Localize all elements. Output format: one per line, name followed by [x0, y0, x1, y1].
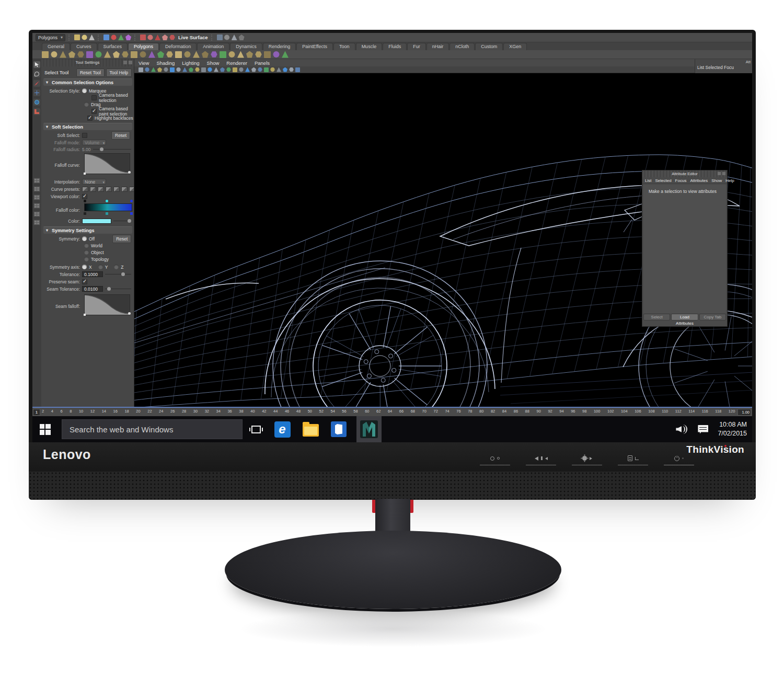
toolbar-icon[interactable] — [245, 67, 250, 72]
layout-four-view-icon[interactable] — [33, 186, 40, 192]
shelf-tab[interactable]: Fluids — [383, 43, 407, 50]
viewport-menu-item[interactable]: Panels — [255, 60, 270, 66]
toolbar-icon[interactable] — [166, 51, 173, 58]
symmetry-world-radio[interactable] — [84, 243, 89, 248]
toolbar-icon[interactable] — [207, 67, 212, 72]
taskbar-clock[interactable]: 10:08 AM 7/02/2015 — [718, 420, 747, 438]
toolbar-icon[interactable] — [77, 51, 84, 58]
falloff-mode-dropdown[interactable]: Volume — [82, 140, 106, 145]
toolbar-icon[interactable] — [258, 67, 262, 72]
falloff-radius-value[interactable]: 5.00 — [82, 147, 91, 152]
shelf-tab[interactable]: Muscle — [356, 43, 383, 50]
toolbar-icon[interactable] — [217, 35, 223, 40]
toolbar-icon[interactable] — [202, 51, 209, 58]
interpolation-dropdown[interactable]: None — [82, 179, 106, 185]
shelf-tab[interactable]: Curves — [71, 43, 97, 50]
color-swatch[interactable] — [82, 219, 111, 224]
toolbar-icon[interactable] — [131, 51, 137, 58]
curve-preset-button[interactable] — [129, 187, 134, 192]
toolbar-icon[interactable] — [224, 35, 230, 40]
attribute-editor-menu-item[interactable]: Selected — [655, 178, 671, 183]
toolbar-icon[interactable] — [170, 67, 175, 72]
tolerance-slider[interactable] — [105, 271, 131, 277]
input-source-button[interactable] — [480, 458, 510, 465]
toolbar-icon[interactable] — [157, 67, 162, 72]
action-center-icon[interactable] — [698, 425, 708, 434]
attribute-editor-menu-item[interactable]: Focus — [675, 178, 687, 183]
curve-preset-button[interactable] — [113, 187, 120, 192]
shelf-tab[interactable]: nCloth — [449, 43, 475, 50]
axis-y-radio[interactable] — [98, 265, 103, 269]
falloff-color-gradient[interactable] — [84, 203, 132, 211]
viewport-menu-item[interactable]: View — [139, 60, 149, 66]
toolbar-icon[interactable] — [228, 51, 235, 58]
reset-tool-button[interactable]: Reset Tool — [76, 68, 105, 77]
mute-button[interactable] — [526, 458, 556, 465]
start-button[interactable] — [32, 416, 57, 442]
taskbar-search-input[interactable]: Search the web and Windows — [62, 419, 243, 439]
drag-radio[interactable] — [84, 102, 89, 107]
layout-single-icon[interactable] — [33, 178, 40, 184]
toolbar-icon[interactable] — [255, 51, 262, 58]
preserve-seam-checkbox[interactable] — [82, 279, 87, 284]
falloff-curve-widget[interactable] — [84, 153, 130, 174]
scale-tool-icon[interactable] — [33, 108, 40, 115]
shelf-tab[interactable]: Fur — [407, 43, 426, 50]
camera-based-checkbox[interactable] — [91, 95, 97, 100]
toolbar-icon[interactable] — [201, 67, 206, 72]
symmetry-object-radio[interactable] — [84, 250, 89, 255]
menu-set-dropdown[interactable]: Polygons — [36, 34, 65, 41]
falloff-radius-slider[interactable] — [93, 146, 131, 152]
toolbar-icon[interactable] — [162, 35, 168, 40]
toolbar-icon[interactable] — [51, 51, 57, 58]
toolbar-icon[interactable] — [295, 67, 300, 72]
layout-persp-outliner-icon[interactable] — [33, 194, 40, 200]
menu-button[interactable] — [618, 458, 648, 465]
toolbar-icon[interactable] — [164, 67, 168, 72]
toolbar-icon[interactable] — [237, 51, 244, 58]
toolbar-icon[interactable] — [232, 35, 237, 40]
toolbar-icon[interactable] — [147, 35, 153, 40]
toolbar-icon[interactable] — [175, 51, 182, 58]
viewport-menu-item[interactable]: Shading — [156, 60, 175, 66]
viewport-menu-item[interactable]: Renderer — [226, 60, 247, 66]
time-slider[interactable]: 1 24681012141618202224262830323436384042… — [32, 407, 752, 416]
seam-falloff-widget[interactable] — [84, 294, 130, 315]
toolbar-icon[interactable] — [140, 35, 146, 40]
shelf-tab[interactable]: Polygons — [128, 43, 159, 50]
toolbar-icon[interactable] — [60, 51, 66, 58]
seam-tolerance-field[interactable]: 0.0100 — [82, 286, 103, 292]
toolbar-icon[interactable] — [103, 35, 109, 40]
toolbar-icon[interactable] — [220, 51, 226, 58]
soft-select-checkbox[interactable] — [82, 133, 87, 138]
toolbar-icon[interactable] — [122, 51, 129, 58]
toolbar-icon[interactable] — [68, 51, 75, 58]
layout-hypershade-icon[interactable] — [33, 203, 40, 209]
shelf-tab[interactable]: Dynamics — [230, 43, 262, 50]
toolbar-icon[interactable] — [211, 51, 217, 58]
attribute-editor-menu-item[interactable]: List — [645, 178, 651, 183]
marquee-radio[interactable] — [82, 88, 87, 93]
toolbar-icon[interactable] — [283, 67, 287, 72]
curve-preset-button[interactable] — [98, 187, 104, 192]
axis-x-radio[interactable] — [82, 265, 87, 269]
highlight-backfaces-checkbox[interactable] — [87, 116, 93, 121]
toolbar-icon[interactable] — [239, 35, 245, 40]
toolbar-icon[interactable] — [111, 35, 117, 40]
toolbar-icon[interactable] — [264, 51, 271, 58]
toolbar-icon[interactable] — [251, 67, 256, 72]
symmetry-topology-radio[interactable] — [84, 257, 89, 261]
close-icon[interactable] — [129, 61, 132, 64]
toolbar-icon[interactable] — [184, 51, 191, 58]
shelf-tab[interactable]: PaintEffects — [296, 43, 333, 50]
shelf-tab[interactable]: Toon — [333, 43, 355, 50]
toolbar-icon[interactable] — [189, 67, 193, 72]
toolbar-icon[interactable] — [270, 67, 275, 72]
toolbar-icon[interactable] — [139, 67, 143, 72]
toolbar-icon[interactable] — [233, 67, 237, 72]
attribute-editor-button[interactable]: Load Attributes — [671, 314, 698, 320]
select-tool-icon[interactable] — [33, 61, 40, 68]
toolbar-icon[interactable] — [273, 51, 280, 58]
section-common-selection[interactable]: Common Selection Options — [43, 78, 132, 86]
curve-preset-button[interactable] — [82, 187, 88, 192]
